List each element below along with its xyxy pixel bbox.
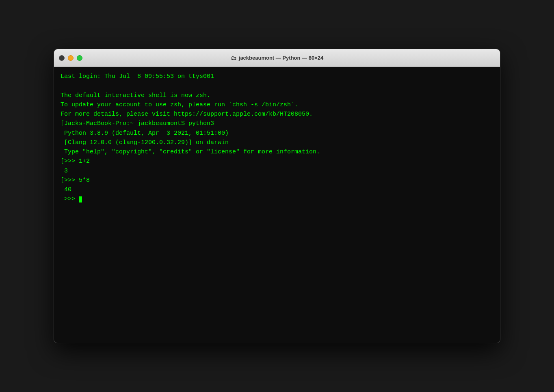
terminal-line: To update your account to use zsh, pleas… — [61, 100, 493, 110]
cursor — [79, 196, 82, 202]
window-title: 🗂 jackbeaumont — Python — 80×24 — [231, 55, 323, 61]
terminal-prompt-line[interactable]: >>> — [61, 194, 493, 204]
terminal-line: For more details, please visit https://s… — [61, 110, 493, 119]
terminal-line: Python 3.8.9 (default, Apr 3 2021, 01:51… — [61, 129, 493, 138]
terminal-line: The default interactive shell is now zsh… — [61, 91, 493, 100]
terminal-line: 40 — [61, 185, 493, 194]
terminal-line: [Jacks-MacBook-Pro:~ jackbeaumont$ pytho… — [61, 119, 493, 128]
terminal-line: [>>> 1+2 — [61, 157, 493, 166]
title-bar: 🗂 jackbeaumont — Python — 80×24 — [54, 49, 500, 67]
close-button[interactable] — [59, 55, 65, 61]
terminal-window: 🗂 jackbeaumont — Python — 80×24 Last log… — [54, 49, 500, 343]
terminal-line: Last login: Thu Jul 8 09:55:53 on ttys00… — [61, 72, 493, 81]
folder-icon: 🗂 — [231, 55, 236, 61]
terminal-line: Type "help", "copyright", "credits" or "… — [61, 147, 493, 157]
terminal-body[interactable]: Last login: Thu Jul 8 09:55:53 on ttys00… — [54, 67, 500, 343]
terminal-line-empty — [61, 81, 493, 90]
terminal-line: 3 — [61, 166, 493, 176]
minimize-button[interactable] — [68, 55, 74, 61]
maximize-button[interactable] — [77, 55, 82, 61]
traffic-lights — [59, 55, 82, 61]
terminal-line: [>>> 5*8 — [61, 176, 493, 185]
terminal-line: [Clang 12.0.0 (clang-1200.0.32.29)] on d… — [61, 138, 493, 147]
title-text: jackbeaumont — Python — 80×24 — [239, 55, 323, 61]
